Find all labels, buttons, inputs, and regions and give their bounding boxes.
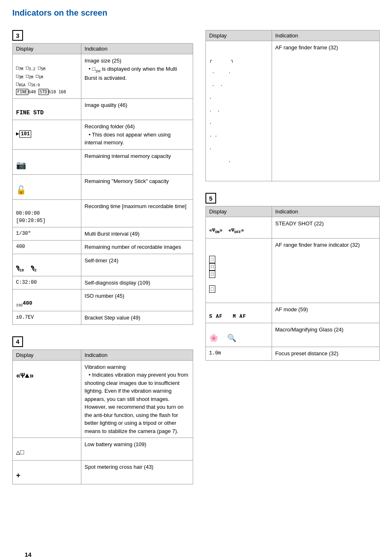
section-4-right-table: Display Indication ┌ ┐ · · · · · · · · ·… bbox=[205, 30, 380, 181]
table-row: 🔓 Remaining "Memory Stick" capacity bbox=[13, 174, 193, 199]
col-display-4r: Display bbox=[206, 30, 272, 41]
table-row: 00:00:00[00:28:05] Recording time [maxim… bbox=[13, 199, 193, 227]
display-cell: □7M □3.2 □5M□3M □2M □1M□VGA □16:9FINE640… bbox=[13, 54, 81, 99]
table-row: FINE STD Image quality (46) bbox=[13, 99, 193, 120]
col-display-3: Display bbox=[13, 44, 81, 54]
col-display-5: Display bbox=[206, 206, 272, 217]
section-4-table: Display Indication «Ψ▲» Vibration warnin… bbox=[12, 350, 193, 485]
left-column: 3 Display Indication □7M □3.2 □5M□3M □2M… bbox=[12, 26, 193, 492]
table-row: □7M □3.2 □5M□3M □2M □1M□VGA □16:9FINE640… bbox=[13, 54, 193, 99]
display-cell: «ΨON» «ΨOFF» bbox=[206, 217, 272, 238]
table-row: 400 Remaining number of recordable image… bbox=[13, 241, 193, 254]
indication-cell: Vibration warning Indicates vibration ma… bbox=[81, 360, 193, 438]
indication-cell: Bracket Step value (49) bbox=[81, 311, 193, 325]
section-3-badge: 3 bbox=[12, 30, 23, 41]
page-title: Indicators on the screen bbox=[12, 8, 380, 18]
section-5-badge: 5 bbox=[205, 193, 216, 204]
display-cell: FINE STD bbox=[13, 99, 81, 120]
table-row: «ΨON» «ΨOFF» STEADY SHOT (22) bbox=[206, 217, 380, 238]
table-row: + Spot metering cross hair (43) bbox=[13, 461, 193, 484]
display-cell: C:32:00 bbox=[13, 276, 81, 289]
indication-cell: ISO number (45) bbox=[81, 289, 193, 311]
display-cell: + bbox=[13, 461, 81, 484]
display-cell: 🔓 bbox=[13, 174, 81, 199]
table-row: S AF M AF AF mode (59) bbox=[206, 303, 380, 323]
display-cell: 400 bbox=[13, 241, 81, 254]
display-cell: ▶101 bbox=[13, 120, 81, 150]
col-indication-5: Indication bbox=[272, 206, 379, 217]
indication-cell: STEADY SHOT (22) bbox=[272, 217, 379, 238]
table-row: Ϡ10 Ϡ2 Self-timer (24) bbox=[13, 254, 193, 276]
indication-cell: Recording folder (64) This does not appe… bbox=[81, 120, 193, 150]
display-cell: ±0.7EV bbox=[13, 311, 81, 325]
display-cell: 1.0m bbox=[206, 347, 272, 361]
table-row: 1/30" Multi Burst interval (49) bbox=[13, 227, 193, 241]
indication-cell: Recording time [maximum recordable time] bbox=[81, 199, 193, 227]
table-row: ┌ ┐ · · · · · · · · · · · · AF range fin… bbox=[206, 41, 380, 181]
table-row: ±0.7EV Bracket Step value (49) bbox=[13, 311, 193, 325]
display-cell: 00:00:00[00:28:05] bbox=[13, 199, 81, 227]
table-row: ⬚ □ □ ⬚ AF range finder frame indicator … bbox=[206, 238, 380, 303]
indication-cell: AF range finder frame indicator (32) bbox=[272, 238, 379, 303]
indication-cell: Spot metering cross hair (43) bbox=[81, 461, 193, 484]
table-row: ▶101 Recording folder (64) This does not… bbox=[13, 120, 193, 150]
indication-cell: Remaining internal memory capacity bbox=[81, 149, 193, 174]
display-cell: S AF M AF bbox=[206, 303, 272, 323]
display-cell: △□ bbox=[13, 438, 81, 461]
col-indication-3: Indication bbox=[81, 44, 193, 54]
right-column: Display Indication ┌ ┐ · · · · · · · · ·… bbox=[205, 26, 380, 492]
indication-cell: Remaining number of recordable images bbox=[81, 241, 193, 254]
table-row: C:32:00 Self-diagnosis display (109) bbox=[13, 276, 193, 289]
indication-cell: AF mode (59) bbox=[272, 303, 379, 323]
display-cell: ISO400 bbox=[13, 289, 81, 311]
indication-cell: Macro/Magnifying Glass (24) bbox=[272, 323, 379, 347]
display-cell: ┌ ┐ · · · · · · · · · · · · bbox=[206, 41, 272, 181]
table-row: 📷 Remaining internal memory capacity bbox=[13, 149, 193, 174]
section-4-badge: 4 bbox=[12, 336, 23, 347]
page-number: 14 bbox=[25, 551, 32, 558]
display-cell: 🌸 🔍 bbox=[206, 323, 272, 347]
indication-cell: Self-diagnosis display (109) bbox=[81, 276, 193, 289]
display-cell: Ϡ10 Ϡ2 bbox=[13, 254, 81, 276]
col-indication-4: Indication bbox=[81, 350, 193, 360]
indication-cell: Remaining "Memory Stick" capacity bbox=[81, 174, 193, 199]
col-display-4: Display bbox=[13, 350, 81, 360]
col-indication-4r: Indication bbox=[272, 30, 379, 41]
table-row: «Ψ▲» Vibration warning Indicates vibrati… bbox=[13, 360, 193, 438]
section-5-table: Display Indication «ΨON» «ΨOFF» STEADY S… bbox=[205, 206, 380, 360]
section-3-table: Display Indication □7M □3.2 □5M□3M □2M □… bbox=[12, 43, 193, 325]
display-cell: 📷 bbox=[13, 149, 81, 174]
indication-cell: Self-timer (24) bbox=[81, 254, 193, 276]
indication-cell: Image size (25) □1M is displayed only wh… bbox=[81, 54, 193, 99]
indication-cell: Multi Burst interval (49) bbox=[81, 227, 193, 241]
table-row: 1.0m Focus preset distance (32) bbox=[206, 347, 380, 361]
indication-cell: Focus preset distance (32) bbox=[272, 347, 379, 361]
table-row: 🌸 🔍 Macro/Magnifying Glass (24) bbox=[206, 323, 380, 347]
indication-cell: Image quality (46) bbox=[81, 99, 193, 120]
table-row: △□ Low battery warning (109) bbox=[13, 438, 193, 461]
indication-cell: AF range finder frame (32) bbox=[272, 41, 379, 181]
display-cell: «Ψ▲» bbox=[13, 360, 81, 438]
indication-cell: Low battery warning (109) bbox=[81, 438, 193, 461]
display-cell: 1/30" bbox=[13, 227, 81, 241]
display-cell: ⬚ □ □ ⬚ bbox=[206, 238, 272, 303]
table-row: ISO400 ISO number (45) bbox=[13, 289, 193, 311]
